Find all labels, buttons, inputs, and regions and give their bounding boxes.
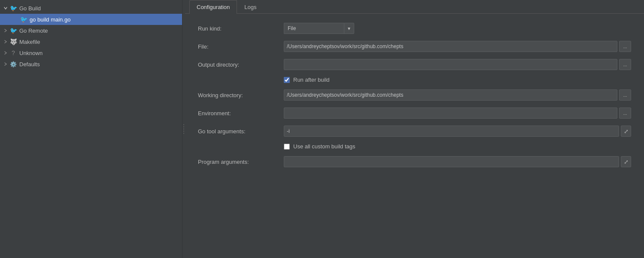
gopher-icon-go-build: 🐦 — [9, 4, 17, 12]
sidebar-label-defaults: Defaults — [19, 61, 40, 68]
program-args-input[interactable] — [284, 156, 619, 167]
expand-arrow-go-remote — [3, 29, 9, 32]
file-row: File: ... — [198, 40, 631, 52]
expand-arrow-unknown — [3, 51, 9, 55]
run-kind-dropdown: File ▼ — [284, 23, 354, 34]
expand-arrow-makefile — [3, 40, 9, 43]
sidebar-item-go-build[interactable]: 🐦 Go Build — [0, 3, 182, 14]
working-dir-browse-btn[interactable]: ... — [619, 89, 631, 101]
sidebar: 🐦 Go Build ▶ 🐦 go build main.go 🐦 Go Rem… — [0, 0, 182, 258]
tab-logs[interactable]: Logs — [237, 0, 264, 14]
sidebar-label-makefile: Makefile — [19, 39, 40, 45]
program-args-row: Program arguments: ⤢ — [198, 156, 631, 168]
file-control: ... — [284, 41, 631, 52]
working-dir-label: Working directory: — [198, 92, 284, 98]
output-dir-input[interactable] — [284, 59, 617, 70]
custom-tags-row: Use all custom build tags — [284, 143, 631, 150]
makefile-icon: 🐺 — [9, 38, 17, 46]
file-browse-btn[interactable]: ... — [619, 41, 631, 52]
environment-row: Environment: ... — [198, 107, 631, 119]
gopher-icon-go-build-main: 🐦 — [20, 15, 27, 23]
run-kind-value: File — [284, 23, 344, 34]
go-tool-args-input[interactable] — [284, 126, 619, 137]
working-dir-control: ... — [284, 89, 631, 101]
drag-dot — [183, 126, 184, 127]
go-tool-args-control: ⤢ — [284, 126, 631, 137]
program-args-control: ⤢ — [284, 156, 631, 167]
sidebar-item-unknown[interactable]: ? Unknown — [0, 47, 182, 58]
sidebar-item-makefile[interactable]: 🐺 Makefile — [0, 36, 182, 47]
run-after-build-checkbox[interactable] — [284, 77, 290, 83]
custom-tags-label: Use all custom build tags — [293, 143, 355, 150]
output-dir-row: Output directory: ... — [198, 58, 631, 71]
drag-dot — [183, 133, 184, 134]
drag-dot — [183, 124, 184, 125]
environment-label: Environment: — [198, 110, 284, 117]
file-label: File: — [198, 43, 284, 50]
expand-arrow-defaults — [3, 62, 9, 66]
expand-arrow-go-build — [3, 6, 9, 10]
go-tool-args-label: Go tool arguments: — [198, 128, 284, 135]
sidebar-item-go-remote[interactable]: 🐦 Go Remote — [0, 25, 182, 36]
go-tool-args-row: Go tool arguments: ⤢ — [198, 125, 631, 137]
sidebar-label-go-build-main: go build main.go — [30, 16, 70, 23]
sidebar-item-go-build-main[interactable]: ▶ 🐦 go build main.go — [0, 14, 182, 25]
gear-icon: ⚙️ — [9, 60, 17, 68]
environment-control: ... — [284, 108, 631, 119]
working-dir-row: Working directory: ... — [198, 89, 631, 101]
unknown-icon: ? — [9, 49, 17, 57]
config-panel: Run kind: File ▼ File: ... Output direct… — [185, 14, 644, 258]
run-kind-row: Run kind: File ▼ — [198, 22, 631, 34]
working-dir-input[interactable] — [284, 89, 617, 101]
drag-dot — [183, 129, 184, 129]
go-tool-args-expand-btn[interactable]: ⤢ — [621, 126, 631, 137]
output-dir-control: ... — [284, 59, 631, 70]
file-input[interactable] — [284, 41, 617, 52]
environment-browse-btn[interactable]: ... — [619, 108, 631, 119]
drag-dot — [183, 131, 184, 132]
sidebar-label-unknown: Unknown — [19, 50, 43, 56]
run-after-build-label: Run after build — [293, 77, 330, 83]
sidebar-label-go-remote: Go Remote — [19, 28, 48, 34]
run-kind-label: Run kind: — [198, 25, 284, 32]
program-args-expand-btn[interactable]: ⤢ — [621, 156, 631, 167]
output-dir-browse-btn[interactable]: ... — [619, 59, 631, 70]
sidebar-label-go-build: Go Build — [19, 5, 41, 12]
environment-input[interactable] — [284, 108, 617, 119]
custom-tags-checkbox[interactable] — [284, 144, 290, 150]
run-after-build-row: Run after build — [284, 77, 631, 83]
tab-bar: Configuration Logs — [185, 0, 644, 14]
main-panel: Configuration Logs Run kind: File ▼ File… — [185, 0, 644, 258]
program-args-label: Program arguments: — [198, 159, 284, 165]
sidebar-item-defaults[interactable]: ⚙️ Defaults — [0, 58, 182, 70]
output-dir-label: Output directory: — [198, 61, 284, 68]
gopher-icon-go-remote: 🐦 — [9, 27, 17, 34]
tab-configuration[interactable]: Configuration — [189, 0, 237, 14]
run-kind-dropdown-arrow[interactable]: ▼ — [344, 23, 354, 34]
run-kind-control: File ▼ — [284, 23, 631, 34]
